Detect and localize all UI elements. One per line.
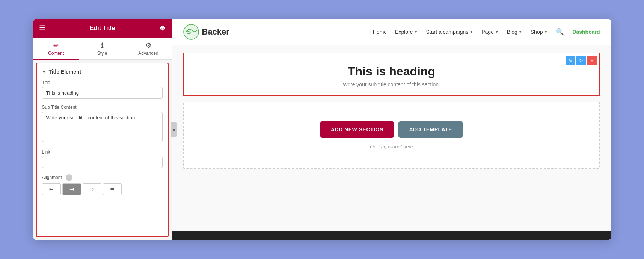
search-icon[interactable]: 🔍: [556, 28, 564, 36]
logo-text: Backer: [202, 27, 229, 37]
tab-content[interactable]: ✏ Content: [33, 38, 79, 60]
grid-icon[interactable]: ⊛: [160, 24, 165, 32]
heading-subtitle: Write your sub title content of this sec…: [192, 81, 592, 87]
align-left-button[interactable]: ⇤: [42, 183, 61, 195]
delete-section-button[interactable]: ✕: [587, 56, 597, 65]
align-right-button[interactable]: ⇨: [83, 183, 101, 195]
edit-section-button[interactable]: ✎: [566, 56, 575, 65]
subtitle-label: Sub Title Content: [42, 105, 163, 110]
subtitle-textarea[interactable]: Write your sub title content of this sec…: [42, 112, 163, 142]
style-tab-icon: ℹ: [101, 41, 104, 50]
collapse-panel-button[interactable]: ◀: [171, 122, 177, 137]
left-panel: ☰ Edit Title ⊛ ✏ Content ℹ Style ⚙ Advan…: [33, 19, 172, 240]
panel-tabs: ✏ Content ℹ Style ⚙ Advanced: [33, 38, 172, 60]
title-label: Title: [42, 80, 163, 85]
title-input[interactable]: [42, 87, 163, 99]
subtitle-field-group: Sub Title Content Write your sub title c…: [42, 105, 163, 143]
alignment-field-group: Alignment i ⇤ ⇥ ⇨ ≣: [42, 174, 163, 195]
blog-caret-icon: ▼: [519, 30, 522, 34]
panel-header: ☰ Edit Title ⊛: [33, 19, 172, 38]
link-field-group: Link: [42, 149, 163, 168]
navbar: $ Backer Home Explore ▼ Start a campaign…: [172, 19, 611, 45]
title-field-group: Title: [42, 80, 163, 99]
panel-title: Edit Title: [90, 25, 115, 32]
nav-explore[interactable]: Explore ▼: [395, 29, 418, 35]
content-tab-icon: ✏: [53, 41, 59, 50]
link-input[interactable]: [42, 157, 163, 168]
heading-title: This is heading: [192, 65, 592, 78]
add-template-button[interactable]: ADD TEMPLATE: [398, 121, 463, 138]
alignment-row: Alignment i: [42, 174, 163, 181]
heading-section: This is heading Write your sub title con…: [183, 53, 600, 96]
nav-start-campaigns[interactable]: Start a campaigns ▼: [426, 29, 473, 35]
canvas-area: This is heading Write your sub title con…: [172, 45, 611, 231]
add-section-buttons: ADD NEW SECTION ADD TEMPLATE: [320, 121, 463, 138]
section-title-label: Title Element: [48, 69, 81, 75]
nav-shop[interactable]: Shop ▼: [531, 29, 548, 35]
style-tab-label: Style: [97, 51, 107, 56]
section-header: ▼ Title Element: [42, 69, 163, 75]
nav-blog[interactable]: Blog ▼: [507, 29, 522, 35]
content-tab-label: Content: [48, 51, 64, 56]
svg-point-0: [184, 24, 199, 39]
advanced-tab-icon: ⚙: [145, 41, 151, 50]
tab-style[interactable]: ℹ Style: [79, 38, 125, 60]
section-arrow-icon: ▼: [42, 69, 47, 74]
drag-hint-text: Or drag widget here: [370, 144, 413, 149]
nav-links: Home Explore ▼ Start a campaigns ▼ Page …: [373, 28, 600, 36]
alignment-info-icon[interactable]: i: [66, 174, 72, 181]
nav-home[interactable]: Home: [373, 29, 387, 35]
align-justify-button[interactable]: ≣: [103, 183, 122, 195]
logo-icon: $: [183, 24, 199, 40]
page-caret-icon: ▼: [495, 30, 499, 34]
logo-area: $ Backer: [183, 24, 229, 40]
advanced-tab-label: Advanced: [138, 51, 158, 56]
panel-content: ▼ Title Element Title Sub Title Content …: [36, 63, 169, 237]
bottom-bar: [172, 231, 611, 240]
link-label: Link: [42, 149, 163, 155]
tab-advanced[interactable]: ⚙ Advanced: [125, 38, 172, 60]
nav-page[interactable]: Page ▼: [481, 29, 499, 35]
copy-section-button[interactable]: ↻: [576, 56, 586, 65]
dashboard-link[interactable]: Dashboard: [572, 29, 600, 35]
align-center-button[interactable]: ⇥: [62, 183, 81, 195]
add-section-area: ADD NEW SECTION ADD TEMPLATE Or drag wid…: [183, 102, 600, 169]
menu-icon[interactable]: ☰: [39, 24, 45, 32]
alignment-label: Alignment: [42, 175, 62, 180]
section-actions: ✎ ↻ ✕: [566, 56, 597, 65]
alignment-buttons: ⇤ ⇥ ⇨ ≣: [42, 183, 163, 195]
shop-caret-icon: ▼: [544, 30, 547, 34]
add-new-section-button[interactable]: ADD NEW SECTION: [320, 121, 394, 138]
start-caret-icon: ▼: [469, 30, 473, 34]
explore-caret-icon: ▼: [414, 30, 418, 34]
main-area: $ Backer Home Explore ▼ Start a campaign…: [172, 19, 611, 240]
